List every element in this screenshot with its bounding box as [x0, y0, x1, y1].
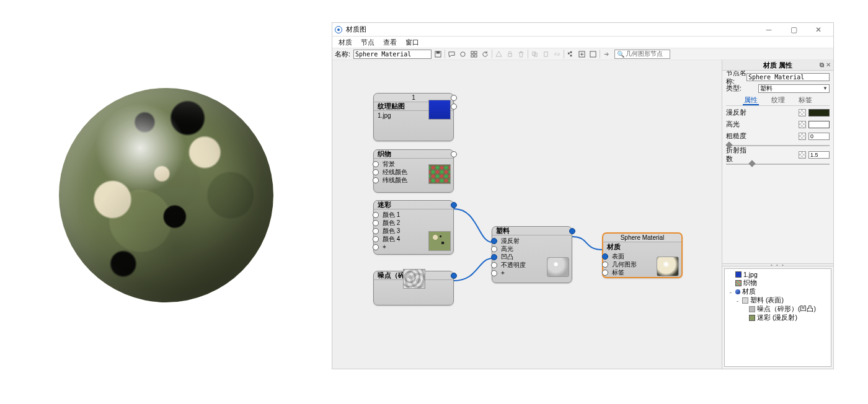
svg-rect-7 [508, 53, 512, 56]
in-port[interactable] [373, 161, 379, 167]
render-preview [0, 0, 332, 404]
properties-panel: 材质 属性 ⧉✕ 节点名称: 类型: 塑料▼ 属性 纹理 标签 [722, 60, 833, 369]
in-port[interactable] [491, 270, 497, 276]
copy-icon[interactable] [530, 50, 539, 59]
tree-row[interactable]: 噪点（碎形）(凹凸) [726, 305, 830, 314]
in-port[interactable] [373, 212, 379, 218]
svg-rect-3 [471, 51, 474, 53]
node-search-input[interactable]: 🔍 几何图形节点 [614, 50, 670, 59]
in-port[interactable] [373, 177, 379, 183]
lock-icon[interactable] [505, 50, 515, 59]
thumb-camo [428, 231, 451, 251]
in-port[interactable] [373, 244, 379, 250]
tree-row[interactable]: 迷彩 (漫反射) [726, 314, 830, 322]
tree-row[interactable]: 织物 [726, 279, 830, 288]
out-port[interactable] [451, 151, 457, 157]
in-port[interactable] [491, 262, 497, 268]
chat-icon[interactable] [447, 50, 456, 59]
node-texture[interactable]: 1 纹理贴图 1.jpg [373, 93, 454, 141]
material-name-input[interactable] [353, 50, 432, 59]
node-canvas[interactable]: 1 纹理贴图 1.jpg 织物 背景 经线颜色 纬线颜色 [332, 60, 722, 369]
prop-type-select[interactable]: 塑料▼ [758, 84, 830, 93]
node-material[interactable]: Sphere Material 材质 表面 几何图形 标签 [602, 232, 683, 278]
circle-icon[interactable] [458, 50, 467, 59]
material-tree[interactable]: 1.jpg织物-材质-塑料 (表面)噪点（碎形）(凹凸)迷彩 (漫反射) [724, 268, 831, 367]
node-cloth[interactable]: 织物 背景 经线颜色 纬线颜色 [373, 149, 454, 193]
name-label: 名称: [335, 50, 352, 59]
diffuse-color-swatch[interactable] [808, 109, 830, 116]
panel-header: 材质 属性 ⧉✕ [722, 60, 833, 71]
tree-row[interactable]: -塑料 (表面) [726, 296, 830, 305]
in-port[interactable] [373, 220, 379, 226]
in-port[interactable] [373, 236, 379, 242]
save-icon[interactable] [433, 50, 443, 59]
svg-rect-13 [570, 55, 572, 56]
export-icon[interactable] [602, 50, 611, 59]
out-port[interactable] [451, 95, 457, 101]
tab-labels[interactable]: 标签 [797, 96, 813, 105]
paste-icon[interactable] [541, 50, 551, 59]
panel-resize-grip[interactable]: • • • [722, 263, 833, 266]
diffuse-texture-icon[interactable] [799, 109, 806, 116]
pin-icon[interactable]: ⧉ [820, 61, 824, 69]
roughness-slider[interactable] [726, 142, 830, 148]
ior-value[interactable]: 1.5 [808, 151, 830, 159]
node-plastic[interactable]: 塑料 漫反射 高光 凹凸 不透明度 + [492, 226, 572, 283]
in-port[interactable] [373, 228, 379, 234]
sq-cloth-icon [735, 280, 742, 286]
in-port[interactable] [491, 254, 497, 260]
in-port[interactable] [491, 238, 497, 244]
maximize-button[interactable]: ▢ [781, 24, 806, 36]
noise-icon [749, 306, 755, 312]
in-port[interactable] [602, 253, 608, 260]
minimize-button[interactable]: ─ [756, 24, 781, 36]
tree-row[interactable]: 1.jpg [726, 270, 830, 279]
app-icon [335, 26, 342, 33]
zoom-fit-icon[interactable] [577, 50, 587, 59]
zoom-all-icon[interactable] [588, 50, 598, 59]
refresh-icon[interactable] [480, 50, 490, 59]
node-noise[interactable]: 噪点（碎形） [373, 271, 454, 305]
layout-1-icon[interactable] [566, 50, 575, 59]
panel-close-icon[interactable]: ✕ [826, 61, 831, 69]
thumb-material [657, 257, 679, 276]
specular-color-swatch[interactable] [808, 121, 830, 128]
menu-node[interactable]: 节点 [358, 37, 377, 48]
svg-point-2 [461, 51, 465, 56]
circle-icon [735, 289, 740, 294]
tree-row[interactable]: -材质 [726, 288, 830, 296]
svg-rect-10 [544, 51, 548, 56]
warning-icon[interactable] [494, 50, 503, 59]
out-port[interactable] [451, 273, 457, 279]
close-button[interactable]: ✕ [806, 24, 831, 36]
plastic-icon [742, 297, 748, 304]
thumb-noise [403, 269, 425, 289]
roughness-value[interactable]: 0 [808, 133, 830, 140]
node-camo[interactable]: 迷彩 颜色 1 颜色 2 颜色 3 颜色 4 + [373, 200, 454, 255]
sq-blue-icon [735, 271, 742, 278]
thumb-cloth [428, 164, 451, 184]
out-port[interactable] [451, 103, 457, 110]
out-port[interactable] [569, 228, 575, 234]
out-port[interactable] [451, 202, 457, 208]
in-port[interactable] [373, 169, 379, 175]
roughness-texture-icon[interactable] [799, 133, 806, 140]
toolbar: 名称: 🔍 几何图形节点 [332, 48, 833, 60]
menu-material[interactable]: 材质 [336, 37, 355, 48]
thumb-plastic [547, 257, 569, 277]
link-icon[interactable] [552, 50, 562, 59]
ior-slider[interactable] [726, 160, 830, 167]
in-port[interactable] [602, 270, 608, 276]
grid-icon[interactable] [469, 50, 479, 59]
specular-texture-icon[interactable] [799, 121, 806, 128]
menu-window[interactable]: 窗口 [403, 37, 422, 48]
prop-name-input[interactable] [746, 73, 830, 81]
ior-texture-icon[interactable] [799, 151, 806, 159]
tab-texture[interactable]: 纹理 [770, 96, 786, 105]
tab-properties[interactable]: 属性 [743, 96, 759, 105]
in-port[interactable] [602, 261, 608, 268]
trash-icon[interactable] [516, 50, 526, 59]
in-port[interactable] [491, 246, 497, 252]
sq-camo-icon [749, 315, 755, 321]
menu-view[interactable]: 查看 [381, 37, 399, 48]
